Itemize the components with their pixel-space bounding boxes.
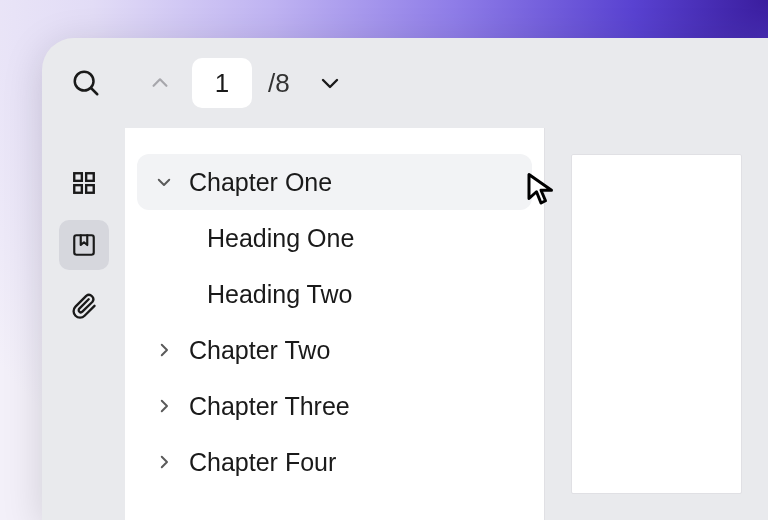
svg-rect-6 <box>74 235 94 255</box>
svg-rect-3 <box>86 173 94 181</box>
outline-subitem-heading-two[interactable]: Heading Two <box>137 266 532 322</box>
svg-rect-2 <box>74 173 82 181</box>
page-total-label: /8 <box>268 68 290 99</box>
outline-label: Chapter One <box>189 168 332 197</box>
page-preview[interactable] <box>571 154 742 494</box>
outline-panel: Chapter One Heading One Heading Two Chap… <box>125 128 545 520</box>
outline-label: Chapter Three <box>189 392 350 421</box>
thumbnails-icon[interactable] <box>59 158 109 208</box>
search-icon[interactable] <box>64 61 108 105</box>
content-panel <box>545 128 768 520</box>
toolbar: /8 <box>42 38 768 128</box>
chevron-down-icon[interactable] <box>151 173 177 191</box>
outline-label: Heading One <box>207 224 354 253</box>
chevron-right-icon[interactable] <box>151 341 177 359</box>
next-page-button[interactable] <box>308 61 352 105</box>
svg-rect-4 <box>74 185 82 193</box>
outline-label: Heading Two <box>207 280 352 309</box>
outline-label: Chapter Four <box>189 448 336 477</box>
outline-item-chapter-four[interactable]: Chapter Four <box>137 434 532 490</box>
attachments-icon[interactable] <box>59 282 109 332</box>
chevron-right-icon[interactable] <box>151 453 177 471</box>
app-window: /8 <box>42 38 768 520</box>
outline-item-chapter-three[interactable]: Chapter Three <box>137 378 532 434</box>
prev-page-button[interactable] <box>138 61 182 105</box>
chevron-right-icon[interactable] <box>151 397 177 415</box>
page-number-input[interactable] <box>192 58 252 108</box>
svg-rect-5 <box>86 185 94 193</box>
outline-item-chapter-two[interactable]: Chapter Two <box>137 322 532 378</box>
svg-line-1 <box>91 88 97 94</box>
outline-item-chapter-one[interactable]: Chapter One <box>137 154 532 210</box>
side-toolbar <box>42 128 125 520</box>
bookmarks-icon[interactable] <box>59 220 109 270</box>
body: Chapter One Heading One Heading Two Chap… <box>42 128 768 520</box>
outline-subitem-heading-one[interactable]: Heading One <box>137 210 532 266</box>
outline-label: Chapter Two <box>189 336 330 365</box>
